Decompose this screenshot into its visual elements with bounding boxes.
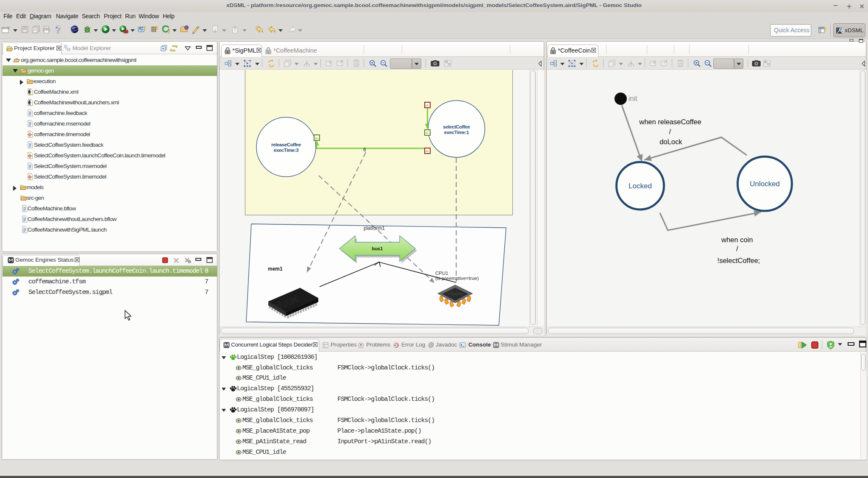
svg-text:mem1: mem1	[268, 266, 283, 272]
svg-text:Unlocked: Unlocked	[750, 180, 780, 188]
svg-text:!selectCoffee;: !selectCoffee;	[718, 257, 760, 264]
svg-text:platform1: platform1	[364, 225, 385, 231]
svg-text:execTime:3: execTime:3	[274, 148, 298, 153]
svg-text:NUVOLA: NUVOLA	[447, 292, 463, 296]
svg-text:CPU1: CPU1	[435, 271, 448, 276]
svg-text:when coin: when coin	[721, 236, 753, 243]
svg-text:execTime:1: execTime:1	[444, 130, 469, 135]
svg-text:p1..: p1..	[426, 131, 429, 134]
svg-text:init: init	[629, 95, 637, 102]
svg-text:(is preemptive=true): (is preemptive=true)	[435, 276, 479, 281]
svg-text:bus1: bus1	[372, 246, 383, 251]
svg-text:p1..: p1..	[426, 150, 429, 152]
svg-text:when releaseCoffee: when releaseCoffee	[639, 118, 701, 126]
svg-text:6: 6	[363, 147, 366, 153]
svg-text:/: /	[736, 245, 738, 252]
svg-text:/: /	[669, 128, 671, 135]
svg-text:p1..: p1..	[426, 104, 429, 106]
svg-text:selectCoffee: selectCoffee	[443, 124, 470, 129]
svg-text:GT: GT	[139, 26, 143, 29]
svg-text:Locked: Locked	[629, 182, 652, 190]
svg-text:p1..: p1..	[315, 137, 319, 139]
svg-text:doLock: doLock	[659, 138, 682, 145]
svg-text:releaseCoffee: releaseCoffee	[271, 142, 301, 147]
